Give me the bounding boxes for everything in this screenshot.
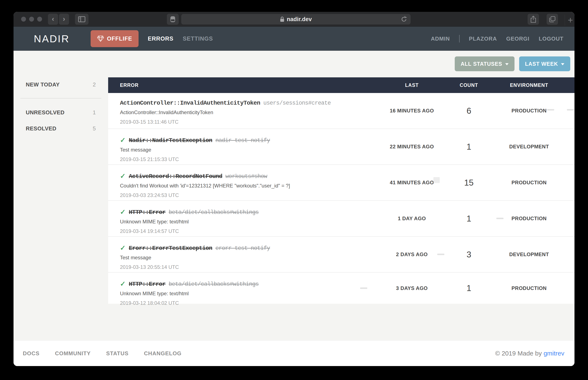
zoom-window-icon[interactable] [37, 17, 42, 21]
browser-window: ‹ › nadir.dev [14, 12, 574, 366]
table-row[interactable]: ✓ HTTP::Error beta/diet/callbacks#within… [108, 201, 574, 237]
column-header-error: ERROR [108, 82, 370, 88]
error-environment: DEVELOPMENT [484, 144, 574, 150]
footer-link-docs[interactable]: DOCS [23, 350, 39, 357]
filter-bar: ALL STATUSES LAST WEEK [455, 57, 570, 71]
table-row[interactable]: ✓ ActiveRecord::RecordNotFound workouts#… [108, 165, 574, 201]
placeholder-dash [433, 177, 440, 183]
table-row[interactable]: ✓ Erorr::ErorrTestException erorr test-n… [108, 237, 574, 273]
forward-button[interactable]: › [59, 14, 69, 25]
sidebar-item-unresolved[interactable]: UNRESOLVED 1 [20, 106, 101, 119]
nav-link-logout[interactable]: LOGOUT [539, 36, 564, 42]
offlife-button[interactable]: OFFLIFE [91, 30, 138, 47]
error-last: 22 MINUTES AGO [370, 144, 454, 150]
share-icon [530, 16, 536, 23]
error-location: beta/diet/callbacks#withings [169, 281, 259, 287]
errors-table: ERROR LAST COUNT ENVIRONMENT ActionContr… [108, 77, 574, 304]
tabs-icon [549, 16, 555, 22]
error-location: beta/diet/callbacks#withings [169, 209, 259, 216]
table-row[interactable]: ✓ HTTP::Error beta/diet/callbacks#within… [108, 273, 574, 304]
error-timestamp: 2019-03-15 13:11:46 UTC [120, 119, 370, 125]
author-link[interactable]: gmitrev [544, 350, 564, 357]
footer-link-changelog[interactable]: CHANGELOG [144, 350, 182, 357]
app-logo[interactable]: NADIR [34, 33, 70, 45]
error-title[interactable]: ActiveRecord::RecordNotFound [129, 173, 222, 180]
error-location: users/sessions#create [263, 100, 331, 106]
error-title[interactable]: ActionController::InvalidAuthenticityTok… [120, 100, 260, 106]
tab-overview-button[interactable] [547, 14, 558, 25]
minimize-window-icon[interactable] [29, 17, 34, 21]
placeholder-dash [547, 109, 554, 111]
error-last: 41 MINUTES AGO [370, 180, 454, 186]
share-button[interactable] [528, 14, 539, 25]
sidebar-toggle-button[interactable] [75, 14, 89, 25]
sidebar-item-label: RESOLVED [26, 125, 56, 132]
nav-link-georgi[interactable]: GEORGI [506, 36, 530, 42]
error-environment: PRODUCTION [484, 285, 574, 291]
extensions-button[interactable] [167, 14, 179, 25]
back-button[interactable]: ‹ [48, 14, 58, 25]
copyright-text: © 2019 Made by gmitrev [495, 350, 564, 357]
column-header-environment: ENVIRONMENT [484, 82, 574, 88]
page-footer: DOCS COMMUNITY STATUS CHANGELOG © 2019 M… [14, 341, 574, 366]
nav-link-settings[interactable]: SETTINGS [183, 36, 213, 42]
error-last: 16 MINUTES AGO [370, 108, 454, 114]
error-count: 1 [454, 284, 484, 293]
app-navbar: NADIR OFFLIFE ERRORS SETTINGS ADMIN PLAZ… [14, 27, 574, 51]
error-title[interactable]: HTTP::Error [129, 281, 166, 287]
error-timestamp: 2019-03-12 18:04:02 UTC [120, 300, 370, 306]
nav-link-errors[interactable]: ERRORS [148, 36, 174, 42]
error-timestamp: 2019-03-03 23:24:53 UTC [120, 192, 370, 198]
error-location: workouts#show [225, 173, 267, 180]
address-bar[interactable]: nadir.dev [181, 14, 410, 24]
extensions-icon [170, 16, 176, 22]
nav-link-admin[interactable]: ADMIN [431, 36, 450, 42]
sidebar-item-resolved[interactable]: RESOLVED 5 [20, 122, 101, 135]
window-controls [21, 17, 42, 21]
sidebar-item-new-today[interactable]: NEW TODAY 2 [20, 78, 101, 91]
column-header-last: LAST [370, 82, 454, 88]
status-filter-label: ALL STATUSES [461, 61, 502, 67]
resolved-check-icon: ✓ [120, 244, 126, 252]
error-message: Unknown MIME type: text/html [120, 219, 370, 225]
table-row[interactable]: ActionController::InvalidAuthenticityTok… [108, 93, 574, 129]
reload-icon[interactable] [401, 16, 407, 23]
error-title[interactable]: Erorr::ErorrTestException [129, 245, 212, 251]
error-title[interactable]: Nadir::NadirTestException [129, 137, 212, 144]
period-filter-dropdown[interactable]: LAST WEEK [519, 57, 570, 71]
footer-link-status[interactable]: STATUS [106, 350, 128, 357]
new-tab-button[interactable]: + [565, 15, 574, 26]
error-timestamp: 2019-03-15 21:15:33 UTC [120, 156, 370, 162]
status-filter-dropdown[interactable]: ALL STATUSES [455, 57, 515, 71]
sidebar-icon [78, 16, 85, 22]
error-count: 6 [454, 106, 484, 116]
copyright-prefix: © 2019 Made by [495, 350, 544, 357]
error-message: Test message [120, 147, 370, 153]
error-message: Unknown MIME type: text/html [120, 291, 370, 297]
chevron-down-icon [505, 63, 509, 65]
gem-icon [97, 36, 104, 42]
table-row[interactable]: ✓ Nadir::NadirTestException nadir test-n… [108, 129, 574, 165]
sidebar-item-count: 1 [93, 109, 96, 116]
placeholder-dash [437, 254, 444, 255]
placeholder-dash [567, 109, 574, 111]
error-last: 3 DAYS AGO [370, 285, 454, 291]
error-message: Couldn't find Workout with 'id'=12321312… [120, 183, 370, 189]
error-title[interactable]: HTTP::Error [129, 209, 166, 216]
error-message: Test message [120, 255, 370, 261]
period-filter-label: LAST WEEK [525, 61, 558, 67]
error-count: 3 [454, 250, 484, 259]
main-content: ALL STATUSES LAST WEEK NEW TODAY 2 UNRES… [14, 51, 574, 341]
resolved-check-icon: ✓ [120, 172, 126, 180]
error-environment: DEVELOPMENT [484, 251, 574, 257]
close-window-icon[interactable] [21, 17, 26, 21]
table-header: ERROR LAST COUNT ENVIRONMENT [108, 77, 574, 93]
nav-link-plazora[interactable]: PLAZORA [469, 36, 497, 42]
error-timestamp: 2019-03-14 19:14:57 UTC [120, 228, 370, 234]
error-count: 15 [454, 178, 484, 188]
sidebar-item-count: 5 [93, 125, 96, 132]
error-last: 1 DAY AGO [370, 216, 454, 222]
lock-icon [280, 17, 284, 22]
footer-link-community[interactable]: COMMUNITY [55, 350, 91, 357]
column-header-count: COUNT [454, 82, 484, 88]
